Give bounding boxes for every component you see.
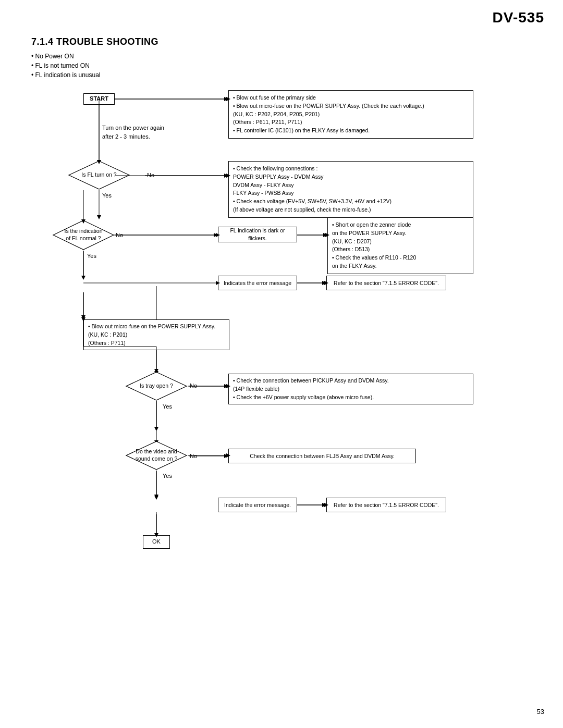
b2-line2: POWER SUPPLY Assy - DVDM Assy (233, 173, 323, 181)
diamond-fl-label: Is FL turn on ? (81, 171, 116, 179)
b4-line2: (KU, KC : P201) (88, 331, 127, 339)
yes-label-2: Yes (87, 253, 96, 259)
b2-line1: • Check the following connections : (233, 165, 317, 173)
box-zenner-info: • Short or open the zenner diode on the … (327, 217, 473, 274)
diamond-video-label: Do the video and sound come on ? (136, 448, 178, 462)
diamond-indication-label: Is the indication of FL normal ? (65, 228, 103, 242)
no-label-4: No (190, 453, 197, 459)
yes-label-4: Yes (163, 473, 172, 479)
b3-line6: on the FLKY Assy. (332, 262, 376, 270)
b3-line2: on the POWER SUPPLY Assy. (332, 229, 406, 238)
b2-line4: FLKY Assy - PWSB Assy (233, 189, 294, 198)
svg-marker-12 (323, 233, 327, 237)
svg-marker-36 (322, 503, 326, 507)
svg-marker-6 (224, 174, 228, 178)
b3-line3: (KU, KC : D207) (332, 238, 372, 246)
b2-line5: • Check each voltage (EV+5V, SW+5V, SW+3… (233, 198, 391, 206)
turn-on-again-label: Turn on the power again after 2 - 3 minu… (102, 124, 164, 141)
svg-marker-18 (81, 315, 85, 319)
b3-line4: (Others : D513) (332, 245, 370, 254)
diamond-tray-open: Is tray open ? (125, 371, 188, 401)
b1-line5: • FL controller IC (IC101) on the FLKY A… (233, 127, 370, 135)
b1-line2: • Blow out micro-fuse on the POWER SUPPL… (233, 102, 424, 110)
svg-marker-65 (154, 427, 158, 431)
bullet-1: • No Power ON (31, 52, 532, 61)
svg-marker-14 (81, 276, 85, 280)
box-pickup-info: • Check the connection between PICKUP As… (228, 374, 473, 404)
box-connections-info: • Check the following connections : POWE… (228, 161, 473, 218)
svg-marker-32 (224, 454, 228, 458)
content-area: 7.1.4 TROUBLE SHOOTING • No Power ON • F… (31, 36, 532, 640)
box-refer-error-1: Refer to the section "7.1.5 ERROR CODE". (326, 276, 446, 290)
b2-line6: (If above voltage are not supplied, chec… (233, 206, 371, 214)
b5-line1: • Check the connection between PICKUP As… (233, 377, 389, 385)
yes-label-1: Yes (102, 192, 112, 199)
b5-line2: (14P flexible cable) (233, 385, 279, 393)
b1-line1: • Blow out fuse of the primary side (233, 94, 316, 102)
box-error-message-2: Indicate the error message. (218, 498, 297, 512)
diamond-tray-label: Is tray open ? (140, 382, 173, 390)
box-refer-error-2: Refer to the section "7.1.5 ERROR CODE". (326, 498, 446, 512)
svg-marker-10 (214, 233, 218, 237)
svg-marker-8 (97, 215, 101, 219)
box-fuse-info: • Blow out fuse of the primary side • Bl… (228, 90, 473, 139)
no-label-3: No (190, 382, 197, 389)
svg-marker-28 (154, 427, 158, 431)
bullet-2: • FL is not turned ON (31, 61, 532, 70)
page-number: 53 (537, 708, 544, 715)
svg-marker-16 (322, 281, 326, 285)
svg-marker-26 (224, 384, 228, 388)
page-title: DV-535 (493, 9, 544, 26)
yes-label-3: Yes (163, 403, 172, 410)
b1-line4: (Others : P611, P211, P711) (233, 118, 302, 127)
diamond-video-sound: Do the video and sound come on ? (125, 440, 188, 471)
section-title: 7.1.4 TROUBLE SHOOTING (31, 36, 532, 47)
b5-line3: • Check the +6V power supply voltage (ab… (233, 393, 374, 402)
bullet-list: • No Power ON • FL is not turned ON • FL… (31, 52, 532, 80)
ok-box: OK (143, 535, 170, 549)
diamond-fl-turn-on: Is FL turn on ? (68, 160, 130, 190)
b1-line3: (KU, KC : P202, P204, P205, P201) (233, 110, 320, 119)
box-fl-dark: FL indication is dark or flickers. (218, 227, 297, 242)
flowchart-diagram: START • Blow out fuse of the primary sid… (31, 88, 500, 640)
diamond-fl-normal: Is the indication of FL normal ? (52, 219, 115, 251)
b4-line1: • Blow out micro-fuse on the POWER SUPPL… (88, 323, 215, 331)
no-label-2: No (116, 232, 123, 238)
b4-line3: (Others : P711) (88, 339, 126, 348)
b3-line5: • Check the values of R110 - R120 (332, 254, 416, 262)
b3-line1: • Short or open the zenner diode (332, 221, 411, 229)
start-box: START (83, 93, 115, 105)
no-label-1: No (147, 172, 154, 178)
bullet-3: • FL indication is unusual (31, 70, 532, 80)
b2-line3: DVDM Assy - FLKY Assy (233, 181, 294, 190)
box-fljb-info: Check the connection between FLJB Assy a… (228, 449, 416, 463)
box-error-message-1: Indicates the error message (218, 276, 297, 290)
box-micro-fuse: • Blow out micro-fuse on the POWER SUPPL… (83, 319, 229, 350)
svg-marker-1 (224, 97, 228, 101)
svg-marker-34 (154, 495, 158, 499)
svg-marker-71 (154, 496, 158, 500)
